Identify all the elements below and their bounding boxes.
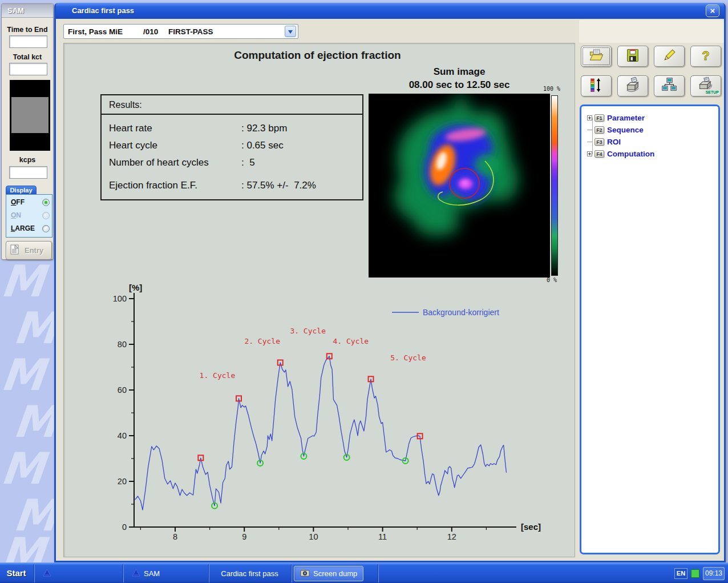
taskbar-task-sam[interactable]: SAM (124, 564, 207, 583)
fkey-badge: F4 (594, 150, 604, 158)
cycle-annotation: 3. Cycle (290, 327, 326, 335)
result-value: : 0.65 sec (241, 140, 284, 151)
total-kct-field[interactable] (9, 63, 47, 75)
tree-item-roi[interactable]: F3ROI (587, 136, 621, 147)
entry-document-icon (10, 244, 21, 257)
network-button[interactable] (654, 75, 685, 97)
network-icon (660, 77, 678, 95)
tree-item-label: ROI (607, 138, 621, 146)
x-axis-title: [sec] (521, 522, 541, 532)
result-value: : 5 (241, 157, 255, 168)
setup-label: SETUP (705, 90, 719, 94)
y-tick-label: 100 (113, 294, 127, 303)
desktop-logo-watermark: M (11, 396, 59, 447)
expand-plus-icon[interactable] (587, 115, 592, 120)
svg-text:?: ? (702, 48, 710, 62)
radio-on[interactable] (42, 212, 50, 219)
help-button[interactable]: ? (690, 46, 721, 67)
edit-button[interactable] (654, 46, 685, 67)
results-box: Results: Heart rate: 92.3 bpm Heart cycl… (100, 94, 363, 200)
tree-item-label: Sequence (607, 126, 644, 134)
expand-plus-icon[interactable] (587, 151, 592, 156)
result-row-cycle-count: Number of heart cycles: 5 (109, 157, 355, 174)
result-value: : 57.5% +/- 7.2% (241, 180, 316, 191)
active-task-button[interactable]: Screen dump (294, 566, 363, 581)
acquisition-preview (10, 80, 50, 151)
display-group: OFFONLARGE (6, 194, 52, 238)
window-titlebar[interactable]: Cardiac first pass × (56, 3, 724, 19)
radio-off[interactable] (42, 199, 50, 206)
language-indicator[interactable]: EN (674, 568, 687, 579)
fkey-badge: F2 (594, 126, 604, 134)
x-tick-label: 11 (378, 532, 387, 541)
start-button[interactable]: Start (0, 564, 33, 583)
open-button[interactable] (581, 46, 612, 67)
time-to-end-field[interactable] (9, 35, 47, 48)
window-title: Cardiac first pass (72, 6, 134, 15)
save-button[interactable] (617, 46, 648, 67)
colorbar (551, 95, 558, 276)
cycle-annotation: 2. Cycle (244, 337, 280, 345)
display-option-off[interactable]: OFF (11, 198, 50, 207)
results-title: Results: (102, 95, 362, 115)
radio-large[interactable] (42, 225, 50, 232)
entry-button-label: Entry (25, 246, 43, 255)
display-option-on[interactable]: ON (11, 211, 50, 220)
taskbar-task-screen-dump[interactable]: Screen dump (292, 564, 377, 583)
colorbar-min-label: 0 % (547, 277, 557, 283)
display-option-large[interactable]: LARGE (11, 224, 50, 234)
x-tick-label: 8 (173, 532, 177, 541)
result-value: : 92.3 bpm (241, 123, 287, 134)
activity-time-chart: 89101112020406080100[%][sec]Background-k… (91, 283, 548, 551)
desktop-logo-watermark: M (11, 303, 59, 353)
print-button[interactable] (617, 75, 648, 97)
sam-panel: SAM Time to End Total kct kcps Display O… (1, 3, 54, 260)
task-label: SAM (144, 569, 160, 578)
entry-button[interactable]: Entry (6, 241, 52, 260)
tree-item-sequence[interactable]: F2Sequence (587, 124, 644, 135)
sum-image-time-range: 08.00 sec to 12.50 sec (369, 79, 550, 91)
page-title: Computation of ejection fraction (62, 49, 573, 62)
tray-status-icon[interactable] (691, 569, 699, 578)
desktop: { "desktop": { "watermarks": ["M","M","M… (0, 0, 728, 583)
taskbar-clock: 09:13 (703, 567, 725, 580)
system-tray: EN 09:13 (674, 563, 728, 583)
color-scale-icon (587, 77, 605, 95)
study-type: FIRST-PASS (168, 27, 213, 36)
study-name: First, Pass MiE (68, 27, 143, 36)
fkey-badge: F3 (594, 138, 604, 146)
taskbar-separator (378, 564, 379, 582)
tree-item-label: Parameter (607, 114, 645, 122)
chevron-down-icon[interactable] (285, 26, 296, 37)
logo-triangle-icon (132, 569, 140, 578)
desktop-logo-watermark: M (0, 443, 47, 494)
y-tick-label: 40 (118, 431, 127, 440)
desktop-logo-watermark: M (0, 256, 47, 307)
study-number: /010 (143, 27, 168, 36)
result-label: Number of heart cycles (109, 157, 241, 168)
function-tree-panel: F1ParameterF2SequenceF3ROIF4Computation (580, 104, 720, 554)
print-setup-button[interactable]: SETUP (690, 75, 721, 97)
acquisition-preview-frame (11, 97, 48, 133)
study-selector-dropdown[interactable]: First, Pass MiE /010 FIRST-PASS (63, 24, 298, 39)
task-label: Screen dump (313, 569, 357, 578)
taskbar-task-untitled[interactable] (35, 564, 122, 583)
close-button[interactable]: × (706, 5, 719, 17)
result-row-heart-cycle: Heart cycle: 0.65 sec (109, 140, 355, 157)
tree-item-computation[interactable]: F4Computation (587, 148, 654, 159)
taskbar-task-cardiac-first-pass[interactable]: Cardiac first pass (209, 564, 290, 583)
display-group-tab[interactable]: Display (6, 186, 37, 195)
kcps-field[interactable] (9, 166, 47, 179)
x-tick-label: 9 (242, 532, 246, 541)
tree-item-parameter[interactable]: F1Parameter (587, 112, 645, 123)
help-icon: ? (697, 47, 715, 66)
color-scale-button[interactable] (581, 75, 612, 97)
printer-icon (624, 77, 642, 95)
legend-label: Background-korrigiert (423, 308, 499, 317)
cycle-annotation: 5. Cycle (390, 353, 426, 362)
sum-image-title: Sum image (369, 66, 550, 78)
tree-branch-line (587, 142, 592, 142)
sam-panel-title: SAM (2, 4, 53, 18)
pencil-icon (660, 47, 678, 66)
tree-item-label: Computation (607, 150, 654, 158)
